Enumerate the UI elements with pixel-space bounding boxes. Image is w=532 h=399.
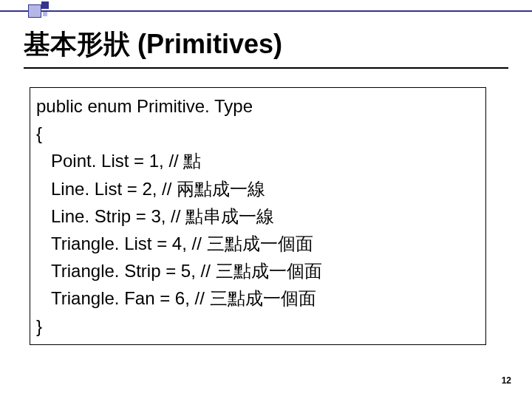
slide-title: 基本形狀 (Primitives) bbox=[24, 27, 508, 69]
page-number: 12 bbox=[502, 375, 511, 386]
code-block: public enum Primitive. Type { Point. Lis… bbox=[30, 87, 486, 345]
decoration-square-small bbox=[41, 1, 49, 9]
code-line: Point. List = 1, // 點 bbox=[36, 147, 480, 174]
decoration-line bbox=[0, 10, 532, 12]
code-brace-close: } bbox=[36, 313, 480, 340]
code-line: Triangle. Strip = 5, // 三點成一個面 bbox=[36, 257, 480, 284]
code-line: Line. Strip = 3, // 點串成一線 bbox=[36, 202, 480, 230]
slide-top-decoration bbox=[0, 0, 532, 16]
code-line: Triangle. List = 4, // 三點成一個面 bbox=[36, 230, 480, 257]
decoration-square-tiny bbox=[43, 12, 47, 16]
decoration-square-large bbox=[28, 4, 41, 18]
code-line: Triangle. Fan = 6, // 三點成一個面 bbox=[36, 284, 480, 312]
code-line: Line. List = 2, // 兩點成一線 bbox=[36, 175, 480, 202]
code-brace-open: { bbox=[36, 120, 480, 147]
code-declaration: public enum Primitive. Type bbox=[36, 92, 480, 120]
